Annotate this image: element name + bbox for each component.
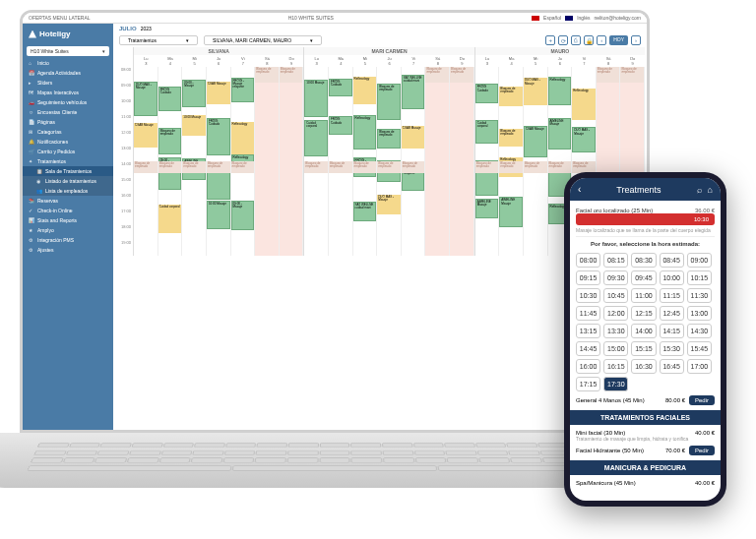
sidebar-item[interactable]: ▸Sliders bbox=[23, 78, 113, 88]
add-button[interactable]: + bbox=[545, 35, 555, 45]
sidebar-item[interactable]: ★Amplyo bbox=[23, 225, 113, 235]
sidebar-item[interactable]: ⚙Ajustes bbox=[23, 245, 113, 255]
treatment-row[interactable]: Mini facial (30 Min) 40.00 € Tratamiento… bbox=[576, 428, 715, 444]
time-slot[interactable]: 14:45 bbox=[576, 341, 600, 356]
appointment-slot[interactable]: 09:00 - Masaje bbox=[182, 80, 206, 107]
appointment-slot[interactable]: FROIG Cuidado bbox=[158, 87, 182, 111]
time-slot[interactable]: 15:00 bbox=[603, 341, 628, 356]
add-button[interactable]: Pedir bbox=[689, 446, 715, 455]
block-slot[interactable]: Bloqueo de empleado bbox=[134, 161, 158, 173]
sidebar-item[interactable]: ⌂Inicio bbox=[23, 58, 113, 68]
appointment-slot[interactable]: AIMELINE Masaje bbox=[548, 118, 572, 150]
lock-button[interactable]: 🔒 bbox=[584, 35, 594, 45]
time-slot[interactable]: 08:45 bbox=[660, 253, 684, 268]
time-slot[interactable]: 11:15 bbox=[660, 288, 684, 303]
appointment-slot[interactable]: CSAB Masaje bbox=[402, 126, 425, 149]
time-slot[interactable]: 13:00 bbox=[687, 306, 712, 321]
appointment-slot[interactable]: Cuidad corporal bbox=[158, 205, 182, 234]
time-slot[interactable]: 16:30 bbox=[631, 359, 656, 374]
brand-logo[interactable]: Hoteligy bbox=[23, 28, 113, 44]
appointment-slot[interactable]: Reflexology bbox=[353, 115, 377, 150]
today-button[interactable]: HOY bbox=[609, 35, 628, 45]
time-slot[interactable]: 17:15 bbox=[576, 377, 600, 391]
time-slot[interactable]: 09:30 bbox=[603, 270, 628, 285]
time-slot[interactable]: 13:15 bbox=[576, 324, 600, 338]
sidebar-item[interactable]: 📋Sala de Tratamientos bbox=[23, 166, 113, 176]
time-slot[interactable]: 09:45 bbox=[631, 270, 656, 285]
block-slot[interactable]: Bloqueo de empleado bbox=[475, 161, 499, 173]
appointment-slot[interactable]: 10:00 Masaje bbox=[207, 201, 230, 229]
sidebar-item[interactable]: 🚗Seguimiento vehículos bbox=[23, 97, 113, 107]
block-slot[interactable]: Bloqueo de empleado bbox=[499, 161, 523, 173]
next-button[interactable]: › bbox=[631, 35, 641, 45]
time-slot[interactable]: 15:45 bbox=[687, 341, 712, 356]
time-slot[interactable]: 10:30 bbox=[576, 288, 600, 303]
block-slot[interactable]: Bloqueo de empleado bbox=[207, 161, 230, 173]
appointment-slot[interactable]: AIMELINE Masaje bbox=[499, 197, 523, 227]
appointment-slot[interactable]: FROIG Cuidado bbox=[329, 79, 352, 96]
appointment-slot[interactable]: 10:00 Masaje bbox=[304, 80, 328, 117]
time-slot[interactable]: 08:15 bbox=[603, 253, 628, 268]
refresh-button[interactable]: ⟳ bbox=[558, 35, 568, 45]
sidebar-item[interactable]: 🔔Notificaciones bbox=[23, 137, 113, 147]
back-icon[interactable]: ‹ bbox=[578, 184, 581, 195]
appointment-slot[interactable]: Reflexology bbox=[231, 122, 255, 154]
appointment-slot[interactable]: FROIG - Masaje relajante bbox=[231, 78, 255, 102]
time-slot[interactable]: 15:15 bbox=[631, 341, 656, 356]
flag-es-icon[interactable] bbox=[532, 16, 539, 21]
time-slot[interactable]: 16:45 bbox=[660, 359, 684, 374]
appointment-slot[interactable]: Bloqueo de empleado bbox=[377, 129, 401, 149]
treatment-row[interactable]: Facial Hidratante (50 Min) 70.00 € Pedir bbox=[576, 444, 715, 457]
time-slot[interactable]: 14:00 bbox=[631, 324, 656, 338]
sidebar-item[interactable]: 🛒Carrito y Pedidos bbox=[23, 147, 113, 156]
time-slot-selected[interactable]: 17:30 bbox=[603, 377, 628, 391]
time-badge[interactable]: 10:30 bbox=[576, 213, 715, 225]
lang-en[interactable]: Inglés bbox=[577, 15, 590, 21]
time-slot[interactable]: 16:15 bbox=[603, 359, 628, 374]
time-slot[interactable]: 10:45 bbox=[603, 288, 628, 303]
appointment-slot[interactable]: FROIG Cuidado bbox=[207, 118, 230, 155]
search-icon[interactable]: ⌕ bbox=[697, 185, 702, 195]
prev-button[interactable]: ‹ bbox=[597, 35, 606, 45]
block-slot[interactable]: Bloqueo de empleado bbox=[329, 161, 352, 173]
appointment-slot[interactable]: CSAB Masaje bbox=[207, 82, 230, 104]
time-slot[interactable]: 08:00 bbox=[576, 253, 600, 268]
phone-body[interactable]: Facial oro localizado (25 Min) 36.00 € 1… bbox=[570, 201, 721, 501]
time-slot[interactable]: 14:30 bbox=[687, 324, 712, 338]
add-button[interactable]: Pedir bbox=[689, 395, 715, 405]
block-slot[interactable]: Bloqueo de empleado bbox=[524, 161, 547, 173]
treatment-filter[interactable]: Tratamientos ▾ bbox=[119, 35, 198, 45]
appointment-slot[interactable]: FROIG Cuidado bbox=[475, 84, 499, 103]
service-item[interactable]: Facial oro localizado (25 Min) 36.00 € 1… bbox=[576, 205, 715, 237]
time-slot[interactable]: 12:45 bbox=[660, 306, 684, 321]
time-slot[interactable]: 14:15 bbox=[660, 324, 684, 338]
appointment-slot[interactable]: Bloqueo de empleado bbox=[377, 84, 401, 120]
appointment-slot[interactable]: Cuidad corporal bbox=[304, 120, 328, 156]
appointment-slot[interactable]: CSAB Masaje bbox=[524, 126, 547, 157]
hotel-selector[interactable]: H10 White Suites ▾ bbox=[27, 46, 109, 56]
block-slot[interactable]: Bloqueo de empleado bbox=[548, 161, 572, 173]
appointment-slot[interactable]: DUO MAS - Masaje bbox=[377, 195, 401, 214]
block-slot[interactable]: Bloqueo de empleado bbox=[182, 161, 206, 173]
time-slot[interactable]: 11:30 bbox=[687, 288, 712, 303]
sidebar-item[interactable]: ✓Check-in Online bbox=[23, 206, 113, 215]
block-slot[interactable]: Bloqueo de empleado bbox=[353, 161, 377, 173]
time-slot[interactable]: 17:00 bbox=[687, 359, 712, 374]
sidebar-item[interactable]: ◉Listado de tratamientos bbox=[23, 176, 113, 186]
sidebar-item[interactable]: ⚙Integración PMS bbox=[23, 235, 113, 245]
appointment-slot[interactable]: Bloqueo de empleado bbox=[499, 129, 523, 147]
time-slot[interactable]: 13:30 bbox=[603, 324, 628, 338]
sidebar-item[interactable]: 📊Stats and Reports bbox=[23, 215, 113, 225]
appointment-slot[interactable]: CSAB Masaje bbox=[134, 123, 158, 147]
home-icon[interactable]: ⌂ bbox=[708, 185, 713, 195]
appointment-slot[interactable]: Reflexology bbox=[572, 89, 596, 120]
time-slot[interactable]: 10:15 bbox=[687, 270, 712, 285]
flag-en-icon[interactable] bbox=[565, 16, 573, 21]
lang-es[interactable]: Español bbox=[543, 15, 561, 21]
appointment-slot[interactable]: Reflexology bbox=[353, 77, 377, 104]
appointment-slot[interactable]: Bloqueo de empleado bbox=[158, 128, 182, 153]
sidebar-item[interactable]: 📅Agenda Actividades bbox=[23, 68, 113, 78]
block-slot[interactable]: Bloqueo de empleado bbox=[402, 161, 425, 173]
time-slot[interactable]: 09:00 bbox=[687, 253, 712, 268]
sidebar-item[interactable]: 📚Reservas bbox=[23, 196, 113, 206]
